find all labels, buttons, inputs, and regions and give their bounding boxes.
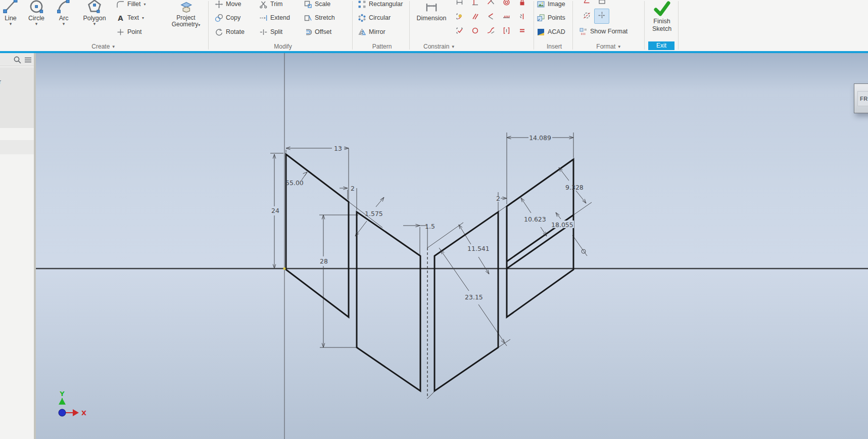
move-button[interactable]: Move	[215, 0, 242, 10]
format-partial-button[interactable]	[595, 0, 608, 8]
move-icon	[215, 0, 223, 9]
panel-label-create[interactable]: Create ▼	[0, 43, 207, 50]
project-geometry-label: Project Geometry▾	[172, 15, 201, 28]
colinear-constraint-button[interactable]	[484, 11, 497, 23]
move-label: Move	[226, 1, 242, 8]
image-label: Image	[548, 1, 565, 8]
stamp-icon	[598, 0, 606, 7]
mirror-button[interactable]: Mirror	[358, 26, 385, 38]
ribbon: Line ▾ Circle ▾ Arc ▾ Polygon ▾ Fillet▾A…	[0, 0, 868, 51]
vertical-constraint-button[interactable]	[515, 11, 528, 23]
project-geometry-button[interactable]: Project Geometry▾	[166, 0, 206, 28]
tangent-constraint-button[interactable]	[484, 0, 497, 9]
point-button[interactable]: Point	[116, 26, 142, 38]
panel-label-constrain[interactable]: Constrain ▼	[411, 43, 533, 50]
copy-button[interactable]: Copy	[215, 12, 240, 24]
browser-section[interactable]	[0, 67, 34, 128]
extend-button[interactable]: Extend	[259, 12, 290, 24]
circle-icon	[29, 0, 44, 14]
polygon-button[interactable]: Polygon ▾	[77, 0, 112, 26]
panel-label-insert[interactable]: Insert	[537, 43, 572, 50]
browser-panel: r	[0, 53, 36, 439]
copy-icon	[215, 14, 223, 22]
scale-button[interactable]: Scale	[304, 0, 330, 10]
image-button[interactable]: Image	[537, 0, 565, 10]
rectangular-button[interactable]: Rectangular	[358, 0, 403, 10]
smooth-constraint-button[interactable]	[484, 25, 497, 37]
stretch-button[interactable]: Stretch	[304, 12, 335, 24]
symmetric-icon	[502, 12, 511, 22]
view-cube[interactable]: FRO	[854, 83, 868, 113]
text-button[interactable]: AText▾	[116, 12, 144, 24]
trim-button[interactable]: Trim	[259, 0, 283, 10]
midpoint-icon	[502, 26, 511, 36]
show-format-icon	[579, 27, 588, 36]
symmetric-constraint-button[interactable]	[500, 11, 513, 23]
view-cube-front-face[interactable]: FRO	[857, 91, 868, 106]
sketch-canvas[interactable]	[0, 53, 868, 439]
project-geometry-icon	[179, 0, 193, 14]
chevron-down-icon[interactable]: ▾	[93, 22, 96, 26]
chevron-down-icon[interactable]: ▾	[10, 22, 12, 26]
points-button[interactable]: Points	[537, 12, 565, 24]
showconstraints-icon	[455, 26, 464, 36]
finish-sketch-button[interactable]: FinishSketch	[646, 0, 678, 33]
text-label: Text	[127, 14, 139, 21]
scale-icon	[304, 0, 312, 9]
line-button-label: Line	[5, 15, 17, 22]
browser-truncated-text: r	[0, 78, 1, 85]
chevron-down-icon: ▼	[617, 45, 621, 49]
mirror-icon	[358, 28, 366, 36]
line-button[interactable]: Line ▾	[1, 0, 20, 26]
perpendicular-constraint-button[interactable]	[468, 0, 481, 9]
equalradius-icon	[471, 26, 479, 36]
chevron-down-icon: ▼	[112, 45, 116, 49]
inference-constraint-button[interactable]	[453, 11, 466, 23]
show-format-button[interactable]: Show Format	[579, 25, 628, 37]
format-partial-button[interactable]	[580, 0, 593, 8]
centerline-toggle-button-active[interactable]	[594, 9, 609, 24]
equal-constraint-button[interactable]	[515, 25, 528, 37]
rotate-button[interactable]: Rotate	[215, 26, 245, 38]
fix-constraint-button[interactable]	[515, 0, 528, 9]
arc-button[interactable]: Arc ▾	[53, 0, 75, 26]
search-icon[interactable]	[13, 56, 21, 63]
panel-label-format[interactable]: Format ▼	[574, 43, 644, 50]
chevron-down-icon[interactable]: ▾	[63, 22, 65, 26]
construction-toggle-button[interactable]	[580, 10, 593, 22]
concentric-constraint-button[interactable]	[500, 0, 513, 9]
menu-icon[interactable]	[24, 56, 31, 63]
showconstraints-constraint-button[interactable]	[453, 25, 466, 37]
circular-button[interactable]: Circular	[358, 12, 391, 24]
circular-label: Circular	[369, 14, 391, 21]
panel-modify: MoveCopyRotateTrimExtendSplitScaleStretc…	[215, 0, 351, 51]
equal-icon	[518, 26, 526, 36]
chevron-down-icon[interactable]: ▾	[142, 16, 144, 20]
offset-label: Offset	[315, 28, 331, 35]
extend-icon	[259, 14, 268, 22]
midpoint-constraint-button[interactable]	[500, 25, 513, 37]
mirror-label: Mirror	[369, 28, 385, 35]
exit-tab-badge: Exit	[648, 41, 674, 50]
split-button[interactable]: Split	[259, 26, 282, 38]
panel-label-modify[interactable]: Modify	[215, 43, 351, 50]
parallel-constraint-button[interactable]	[468, 11, 481, 23]
offset-button[interactable]: Offset	[304, 26, 331, 38]
chevron-down-icon[interactable]: ▾	[143, 2, 146, 7]
panel-separator	[678, 1, 679, 50]
fillet-label: Fillet	[127, 1, 140, 8]
panel-separator	[644, 1, 645, 50]
coincident-icon	[455, 0, 464, 8]
coincident-constraint-button[interactable]	[453, 0, 466, 9]
browser-row[interactable]	[0, 140, 34, 154]
circle-button[interactable]: Circle ▾	[22, 0, 51, 26]
acad-button[interactable]: ACAD	[537, 26, 565, 38]
dimension-button[interactable]: Dimension	[411, 0, 452, 22]
chevron-down-icon[interactable]: ▾	[35, 22, 38, 26]
fillet-button[interactable]: Fillet▾	[116, 0, 146, 10]
equalradius-constraint-button[interactable]	[468, 25, 481, 37]
panel-label-pattern[interactable]: Pattern	[356, 43, 408, 50]
pointsins-icon	[537, 14, 545, 22]
panel-format: Show Format Format ▼	[574, 0, 644, 51]
rotate-icon	[215, 28, 223, 36]
